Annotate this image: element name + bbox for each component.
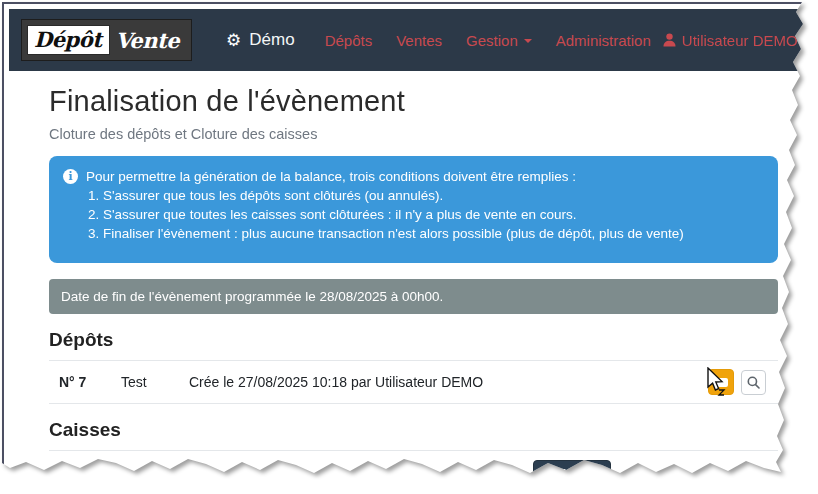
screenshot-stage: Dépôt Vente ⚙ Démo Dépôts Ventes Gestion bbox=[0, 0, 818, 494]
info-alert-intro-text: Pour permettre la génération de la balan… bbox=[86, 167, 576, 186]
table-row: N° 7 Test Crée le 27/08/2025 10:18 par U… bbox=[49, 360, 778, 404]
deposit-label-button[interactable] bbox=[708, 369, 734, 395]
nav-item-ventes[interactable]: Ventes bbox=[384, 24, 454, 57]
page-title: Finalisation de l'évènement bbox=[49, 85, 778, 118]
deposit-number: N° 7 bbox=[59, 374, 121, 390]
register-name: Caisse «#1» bbox=[97, 467, 365, 483]
nav-label: Administration bbox=[556, 32, 651, 49]
navbar: Dépôt Vente ⚙ Démo Dépôts Ventes Gestion bbox=[9, 9, 806, 71]
nav-item-administration[interactable]: Administration bbox=[544, 24, 663, 57]
user-menu[interactable]: Utilisateur DEMO bbox=[663, 32, 812, 49]
register-amount: 17.00 € bbox=[365, 467, 533, 483]
nav-item-env[interactable]: ⚙ Démo bbox=[226, 30, 295, 50]
env-label: Démo bbox=[249, 30, 294, 50]
brand-part1: Dépôt bbox=[27, 25, 110, 55]
nav-item-depots[interactable]: Dépôts bbox=[313, 24, 385, 57]
chevron-down-icon bbox=[804, 39, 812, 43]
deposit-name: Test bbox=[121, 374, 189, 390]
nav-label: Dépôts bbox=[325, 32, 373, 49]
user-menu-label: Utilisateur DEMO bbox=[682, 32, 798, 49]
browser-viewport: Dépôt Vente ⚙ Démo Dépôts Ventes Gestion bbox=[2, 2, 808, 484]
cash-registers-heading: Caisses bbox=[49, 419, 778, 450]
info-icon: i bbox=[63, 169, 78, 184]
open-register-icon bbox=[59, 467, 75, 483]
user-icon bbox=[663, 33, 676, 47]
deposit-description: Crée le 27/08/2025 10:18 par Utilisateur… bbox=[189, 374, 708, 390]
nav-label: Ventes bbox=[396, 32, 442, 49]
search-icon bbox=[747, 376, 760, 389]
main-content: Finalisation de l'évènement Cloture des … bbox=[9, 71, 806, 494]
nav-label: Gestion bbox=[466, 32, 518, 49]
torn-frame-shadow: Dépôt Vente ⚙ Démo Dépôts Ventes Gestion bbox=[2, 2, 808, 484]
deposits-heading: Dépôts bbox=[49, 329, 778, 360]
info-alert-item: 3. Finaliser l'évènement : plus aucune t… bbox=[63, 224, 764, 243]
gear-icon: ⚙ bbox=[226, 32, 241, 49]
brand-logo[interactable]: Dépôt Vente bbox=[21, 19, 192, 61]
info-alert: i Pour permettre la génération de la bal… bbox=[49, 156, 778, 263]
close-register-button[interactable]: Clôturer bbox=[533, 460, 611, 490]
info-alert-item: 1. S'assurer que tous les dépôts sont cl… bbox=[63, 186, 764, 205]
card-icon bbox=[715, 378, 728, 387]
nav-links: Dépôts Ventes Gestion Administration bbox=[313, 24, 663, 57]
nav-item-gestion[interactable]: Gestion bbox=[454, 24, 544, 57]
info-alert-intro: i Pour permettre la génération de la bal… bbox=[63, 167, 764, 186]
deposit-view-button[interactable] bbox=[741, 370, 766, 395]
end-date-notice: Date de fin de l'évènement programmée le… bbox=[49, 279, 778, 314]
info-alert-item: 2. S'assurer que toutes les caisses sont… bbox=[63, 205, 764, 224]
table-row: Caisse «#1» 17.00 € Clôturer bbox=[49, 450, 778, 494]
chevron-down-icon bbox=[524, 39, 532, 43]
page-subtitle: Cloture des dépôts et Cloture des caisse… bbox=[49, 126, 778, 142]
brand-part2: Vente bbox=[115, 28, 179, 53]
